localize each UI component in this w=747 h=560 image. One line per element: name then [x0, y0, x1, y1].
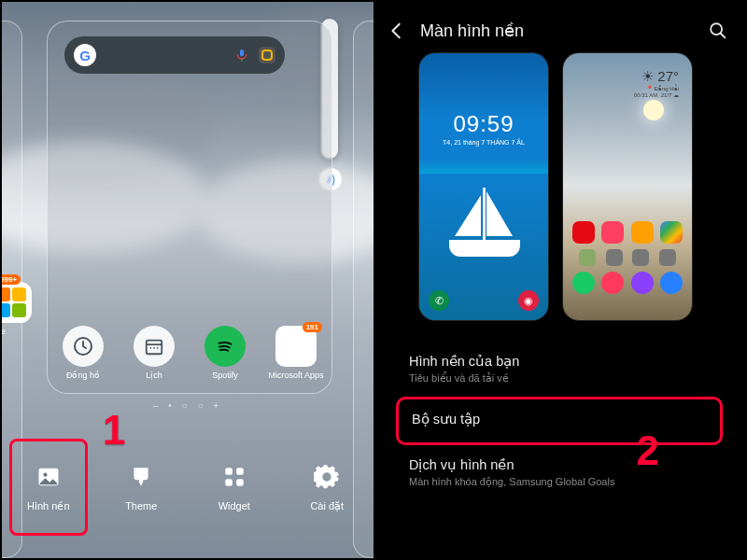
- homescreen-preview[interactable]: ☀ 27° 📍 Đằng Hải 00:31 AM, 21/7 ☁: [562, 52, 693, 321]
- svg-line-16: [721, 34, 726, 38]
- dock-item-calendar[interactable]: Lịch: [126, 326, 182, 380]
- list-item-gallery[interactable]: Bộ sưu tập: [396, 397, 723, 445]
- toolbar-label: Theme: [125, 500, 157, 511]
- dock-label: Spotify: [212, 371, 238, 380]
- home-page-card[interactable]: G Đồng hồ Lịch: [47, 21, 332, 394]
- svg-rect-13: [225, 479, 233, 486]
- edge-label: gle: [2, 327, 6, 336]
- svg-rect-0: [240, 49, 244, 56]
- wallpaper-previews: 09:59 T4, 21 tháng 7 THÁNG 7 ÂL ✆ ◉ ☀ 27…: [374, 52, 745, 329]
- lens-icon[interactable]: [259, 47, 275, 63]
- mini-dock: [569, 221, 686, 315]
- settings-list: Hình nền của bạn Tiêu biểu và đã tải về …: [374, 329, 745, 500]
- home-dock: Đồng hồ Lịch Spotify: [48, 326, 331, 380]
- dock-label: Đồng hồ: [66, 371, 100, 380]
- svg-point-10: [43, 472, 47, 476]
- editor-toolbar: Hình nền Theme Widget Cài đặt: [2, 427, 374, 547]
- weather-widget: ☀ 27° 📍 Đằng Hải 00:31 AM, 21/7 ☁: [634, 68, 679, 98]
- list-item-title: Hình nền của bạn: [409, 354, 710, 369]
- lockscreen-preview[interactable]: 09:59 T4, 21 tháng 7 THÁNG 7 ÂL ✆ ◉: [418, 52, 549, 321]
- lock-time: 09:59: [419, 111, 548, 137]
- list-item-title: Bộ sưu tập: [412, 412, 707, 427]
- page-title: Màn hình nền: [420, 21, 524, 41]
- svg-rect-11: [225, 468, 233, 475]
- phone-icon: ✆: [429, 290, 449, 311]
- mic-icon[interactable]: [234, 48, 249, 63]
- spotify-icon: [204, 326, 246, 367]
- wallpaper-settings-screen: Màn hình nền 09:59 T4, 21 tháng 7 THÁNG …: [374, 2, 745, 558]
- gear-icon: [313, 463, 341, 491]
- page-indicator: – • ○ ○ +: [2, 400, 374, 411]
- image-icon: [35, 463, 63, 491]
- step-number-2: 2: [637, 427, 659, 474]
- clock-icon: [63, 326, 104, 367]
- svg-rect-12: [236, 468, 244, 475]
- widget-icon: [220, 463, 248, 491]
- toolbar-wallpaper[interactable]: Hình nền: [9, 439, 88, 536]
- toolbar-label: Widget: [218, 500, 250, 511]
- sun-decoration: [643, 100, 664, 120]
- camera-icon: ◉: [518, 290, 539, 311]
- lock-clock: 09:59 T4, 21 tháng 7 THÁNG 7 ÂL: [419, 111, 548, 146]
- svg-point-5: [149, 347, 151, 349]
- google-search-bar[interactable]: G: [64, 36, 285, 74]
- dock-item-clock[interactable]: Đồng hồ: [55, 326, 111, 380]
- svg-point-6: [153, 347, 155, 349]
- list-item-wallpaper-services[interactable]: Dịch vụ hình nền Màn hình khóa động, Sam…: [396, 445, 723, 500]
- back-icon[interactable]: [387, 21, 407, 41]
- dock-label: Microsoft Apps: [268, 371, 323, 380]
- notification-badge: 191: [303, 322, 322, 332]
- calendar-icon: [134, 326, 175, 367]
- svg-rect-14: [236, 479, 244, 486]
- microsoft-icon: 191: [275, 326, 317, 367]
- list-item-title: Dịch vụ hình nền: [409, 457, 710, 472]
- dock-item-spotify[interactable]: Spotify: [197, 326, 253, 380]
- toolbar-widget[interactable]: Widget: [195, 439, 274, 536]
- lock-date: T4, 21 tháng 7 THÁNG 7 ÂL: [419, 139, 548, 146]
- step-number-1: 1: [103, 407, 125, 454]
- list-item-your-wallpapers[interactable]: Hình nền của bạn Tiêu biểu và đã tải về: [396, 342, 723, 397]
- toolbar-label: Cài đặt: [310, 500, 344, 512]
- weather-temp: ☀ 27°: [634, 68, 679, 85]
- brush-icon: [127, 463, 155, 491]
- list-item-sub: Màn hình khóa động, Samsung Global Goals: [409, 476, 710, 488]
- weather-location: 📍 Đằng Hải: [634, 85, 679, 91]
- settings-header: Màn hình nền: [374, 2, 745, 52]
- svg-point-7: [157, 347, 159, 349]
- home-editor-screen: ♪) 999+ gle G Đồng hồ: [2, 2, 374, 558]
- google-logo-icon: G: [74, 44, 96, 66]
- search-icon[interactable]: [708, 21, 728, 41]
- dock-label: Lịch: [146, 371, 162, 380]
- weather-date: 00:31 AM, 21/7 ☁: [634, 91, 679, 98]
- sailboat-decoration: [444, 184, 526, 257]
- toolbar-settings[interactable]: Cài đặt: [288, 439, 366, 536]
- list-item-sub: Tiêu biểu và đã tải về: [409, 372, 710, 385]
- edge-badge: 999+: [2, 274, 21, 285]
- toolbar-label: Hình nền: [27, 500, 70, 512]
- dock-item-microsoft[interactable]: 191 Microsoft Apps: [268, 326, 324, 380]
- edge-app-icon[interactable]: [2, 282, 32, 323]
- tutorial-frame: ♪) 999+ gle G Đồng hồ: [0, 0, 747, 560]
